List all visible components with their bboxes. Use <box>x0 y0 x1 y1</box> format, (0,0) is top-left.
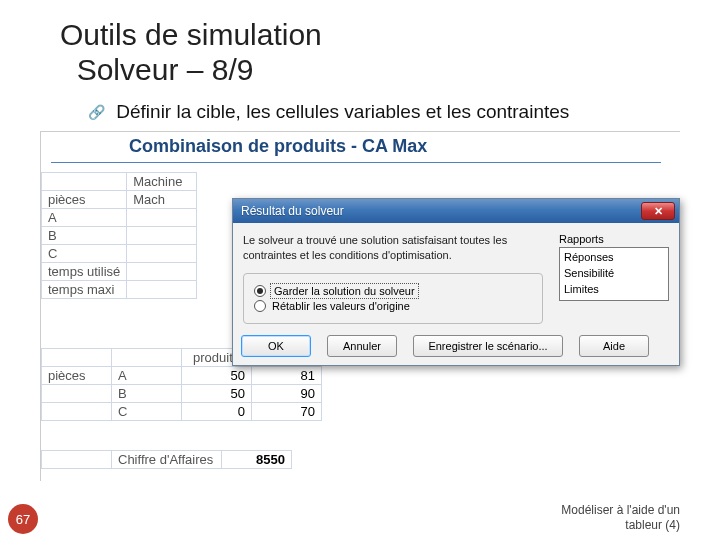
save-label: Enregistrer le scénario... <box>428 340 547 352</box>
cell: temps maxi <box>42 281 127 299</box>
close-icon: ✕ <box>654 205 663 218</box>
cell: 8550 <box>222 451 292 469</box>
report-item[interactable]: Réponses <box>564 250 664 266</box>
slide: Outils de simulation Solveur – 8/9 Défin… <box>0 0 720 540</box>
dialog-titlebar[interactable]: Résultat du solveur ✕ <box>233 199 679 223</box>
bullet-text: Définir la cible, les cellules variables… <box>116 101 569 122</box>
cell: B <box>112 385 182 403</box>
radio-panel: Garder la solution du solveur Rétablir l… <box>243 273 543 324</box>
report-item[interactable]: Sensibilité <box>564 266 664 282</box>
radio-restore-label: Rétablir les valeurs d'origine <box>272 300 410 312</box>
cancel-button[interactable]: Annuler <box>327 335 397 357</box>
cell: Chiffre d'Affaires <box>112 451 222 469</box>
cell: 90 <box>252 385 322 403</box>
cell: pièces <box>42 367 112 385</box>
radio-icon <box>254 300 266 312</box>
radio-keep-solution[interactable]: Garder la solution du solveur <box>254 285 532 297</box>
page-number: 67 <box>16 512 30 527</box>
cell: 50 <box>182 385 252 403</box>
cell: A <box>42 209 127 227</box>
reports-listbox[interactable]: Réponses Sensibilité Limites <box>559 247 669 301</box>
cell: C <box>112 403 182 421</box>
bullet-line: Définir la cible, les cellules variables… <box>88 101 680 123</box>
radio-icon <box>254 285 266 297</box>
help-label: Aide <box>603 340 625 352</box>
help-button[interactable]: Aide <box>579 335 649 357</box>
cell: C <box>42 245 127 263</box>
cell: pièces <box>42 191 127 209</box>
slide-title: Outils de simulation Solveur – 8/9 <box>60 18 680 87</box>
ok-button[interactable]: OK <box>241 335 311 357</box>
cell: 0 <box>182 403 252 421</box>
save-scenario-button[interactable]: Enregistrer le scénario... <box>413 335 563 357</box>
title-line1: Outils de simulation <box>60 18 322 51</box>
slide-footer: Modéliser à l'aide d'un tableur (4) <box>561 503 680 532</box>
cancel-label: Annuler <box>343 340 381 352</box>
cell: Mach <box>127 191 197 209</box>
cell: 70 <box>252 403 322 421</box>
sheet-title: Combinaison de produits - CA Max <box>129 136 427 157</box>
title-rule <box>51 162 661 163</box>
reports-label: Rapports <box>559 233 669 245</box>
cell: Machine <box>127 173 197 191</box>
cell: A <box>112 367 182 385</box>
cell: 81 <box>252 367 322 385</box>
dialog-message: Le solveur a trouvé une solution satisfa… <box>243 233 543 263</box>
sheet-top-block: Machine piècesMach A B C temps utilisé t… <box>41 172 197 299</box>
radio-restore-values[interactable]: Rétablir les valeurs d'origine <box>254 300 532 312</box>
reports-section: Rapports Réponses Sensibilité Limites <box>559 233 669 301</box>
sheet-bottom-block: Chiffre d'Affaires 8550 <box>41 450 292 469</box>
dialog-buttons: OK Annuler Enregistrer le scénario... Ai… <box>241 335 671 357</box>
dialog-title: Résultat du solveur <box>241 204 344 218</box>
close-button[interactable]: ✕ <box>641 202 675 220</box>
radio-keep-label: Garder la solution du solveur <box>272 285 417 297</box>
cell: temps utilisé <box>42 263 127 281</box>
ok-label: OK <box>268 340 284 352</box>
title-line2: Solveur – 8/9 <box>77 53 254 86</box>
footer-line2: tableur (4) <box>625 518 680 532</box>
footer-line1: Modéliser à l'aide d'un <box>561 503 680 517</box>
cell: B <box>42 227 127 245</box>
dialog-body: Le solveur a trouvé une solution satisfa… <box>233 223 679 365</box>
msg-line1: Le solveur a trouvé une solution satisfa… <box>243 234 507 246</box>
msg-line2: contraintes et les conditions d'optimisa… <box>243 249 452 261</box>
cell: 50 <box>182 367 252 385</box>
page-number-badge: 67 <box>8 504 38 534</box>
solver-result-dialog: Résultat du solveur ✕ Le solveur a trouv… <box>232 198 680 366</box>
report-item[interactable]: Limites <box>564 282 664 298</box>
